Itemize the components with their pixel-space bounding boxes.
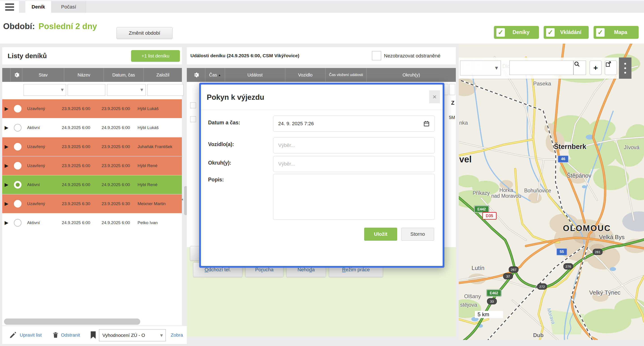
trash-icon[interactable]: [52, 331, 59, 339]
expand-row-icon[interactable]: [2, 125, 11, 131]
bookmark-icon[interactable]: [90, 331, 96, 339]
toggle-diaries[interactable]: Deníky: [494, 26, 539, 39]
map-label-town: Štěpánov: [567, 172, 591, 179]
map-label-town: Bohuňovice: [524, 188, 551, 194]
row-status: Aktivní: [22, 182, 56, 187]
toggle-label: Deníky: [505, 29, 539, 35]
map-label-city: Šternberk: [554, 143, 586, 151]
column-header-circuits[interactable]: Okruh(y): [367, 68, 456, 82]
row-checkbox-fragment[interactable]: [190, 102, 196, 108]
row-radio[interactable]: [14, 162, 22, 170]
column-header-insert-time[interactable]: Čas vložení události: [326, 68, 367, 82]
map-label-fragment: vel: [459, 154, 472, 165]
diary-list-row-selected[interactable]: Aktivní 24.9.2025 6:00 24.9.2025 6:00 Hý…: [2, 175, 182, 194]
expand-row-icon[interactable]: [2, 201, 11, 207]
map[interactable]: Dlouhá Loučka Paseka Šternberk Jívová Št…: [459, 44, 644, 340]
map-layer-select[interactable]: [460, 61, 501, 75]
column-header-vehicle[interactable]: Vozidlo: [286, 68, 326, 82]
datetime-filter-select[interactable]: [107, 84, 146, 96]
filter-input-fragment[interactable]: [444, 84, 448, 95]
gear-icon[interactable]: [11, 68, 22, 82]
expand-row-icon[interactable]: [2, 106, 11, 112]
show-link[interactable]: Zobra: [171, 332, 183, 338]
collapse-panel-icon[interactable]: ◂: [181, 197, 183, 202]
map-menu-dots-icon[interactable]: [619, 57, 632, 79]
road-shield-46: 46: [558, 156, 568, 163]
status-filter-select[interactable]: [24, 84, 66, 96]
calendar-icon[interactable]: [423, 121, 430, 127]
column-header-event[interactable]: Událost: [225, 68, 286, 82]
diary-list-row[interactable]: Uzavřený 23.9.2025 6:00 23.9.2025 6:00 J…: [2, 137, 182, 156]
column-header-name[interactable]: Název: [64, 68, 104, 82]
row-radio[interactable]: [14, 200, 22, 207]
toggle-inserting[interactable]: Vkládání: [544, 26, 589, 39]
column-header-time[interactable]: Čas: [206, 68, 225, 82]
tab-weather[interactable]: Počasí: [51, 1, 86, 13]
row-radio[interactable]: [14, 105, 22, 113]
circuit-input[interactable]: Výběr...: [273, 156, 435, 172]
hamburger-menu-icon[interactable]: [0, 1, 19, 13]
datetime-value: 24. 9. 2025 7:26: [278, 121, 423, 127]
expand-row-icon[interactable]: [2, 220, 11, 226]
row-created-by: Hýbl René: [136, 182, 158, 187]
vehicle-input[interactable]: Výběr...: [273, 137, 435, 154]
diary-list-row[interactable]: Uzavřený 23.9.2025 6:30 23.9.2025 6:30 M…: [2, 194, 182, 213]
tab-diary[interactable]: Deník: [25, 1, 51, 13]
name-filter-input[interactable]: [68, 84, 105, 96]
bookmark-select-value: Vyhodnocení ZÚ - O: [102, 333, 145, 338]
cancel-button[interactable]: Storno: [401, 228, 434, 241]
row-radio[interactable]: [14, 219, 22, 227]
column-header-datetime[interactable]: Datum, čas: [104, 68, 144, 82]
close-icon[interactable]: ×: [429, 90, 440, 103]
road-shield-55: 55: [556, 248, 567, 255]
map-label-town: Velká Bys: [599, 234, 624, 241]
exit-marker-272: 272: [537, 283, 547, 290]
column-header-status[interactable]: Stav: [22, 68, 64, 82]
open-external-icon[interactable]: [605, 61, 617, 75]
search-icon[interactable]: [574, 61, 586, 75]
road-shield-e462: E462: [486, 290, 501, 297]
hide-removed-checkbox[interactable]: [372, 51, 381, 60]
diary-list-row[interactable]: Aktivní 24.9.2025 6:00 24.9.2025 6:00 Hý…: [2, 118, 182, 137]
expand-row-icon[interactable]: [2, 163, 11, 169]
row-checkbox-fragment[interactable]: [190, 116, 196, 122]
diary-list-row[interactable]: Uzavřený 23.9.2025 6:00 23.9.2025 6:00 H…: [2, 99, 182, 118]
road-shield-d35: D35: [482, 212, 496, 220]
gear-icon[interactable]: [187, 68, 206, 82]
save-button[interactable]: Uložit: [364, 228, 397, 241]
filter-input-fragment[interactable]: [449, 84, 455, 95]
diary-list-row[interactable]: Uzavřený 23.9.2025 6:00 23.9.2025 6:00 H…: [2, 156, 182, 175]
description-textarea[interactable]: [273, 174, 435, 220]
row-radio[interactable]: [14, 124, 22, 132]
description-label: Popis:: [208, 177, 224, 183]
row-radio[interactable]: [14, 143, 22, 151]
datetime-input[interactable]: 24. 9. 2025 7:26: [273, 116, 435, 132]
change-period-button[interactable]: Změnit období: [116, 27, 172, 39]
circuit-label: Okruh(y):: [208, 160, 232, 166]
dialog-body: Pokyn k výjezdu × Datum a čas: 24. 9. 20…: [201, 85, 442, 266]
diary-lists-header: Listy deníků +1 list deníku: [2, 47, 182, 64]
delete-link[interactable]: Odstranit: [61, 332, 80, 338]
row-status: Uzavřený: [22, 163, 56, 168]
toggle-map[interactable]: Mapa: [594, 26, 638, 39]
diary-list-row[interactable]: Aktivní 24.9.2025 6:00 24.9.2025 6:00 Pe…: [2, 213, 182, 232]
column-header-created-by[interactable]: Založil: [144, 68, 182, 82]
row-datetime: 24.9.2025 6:00: [96, 125, 136, 130]
expand-row-icon[interactable]: [2, 182, 11, 188]
row-status: Aktivní: [22, 220, 56, 225]
row-datetime: 23.9.2025 6:30: [96, 201, 136, 206]
bookmark-select[interactable]: Vyhodnocení ZÚ - O: [99, 329, 166, 341]
created-by-filter-input[interactable]: [147, 84, 184, 96]
expand-row-icon[interactable]: [2, 144, 11, 150]
pencil-icon[interactable]: [9, 332, 16, 339]
map-search-input[interactable]: [510, 61, 574, 75]
row-radio-selected[interactable]: [14, 181, 22, 188]
diary-lists-footer: Upravit list Odstranit Vyhodnocení ZÚ - …: [2, 326, 187, 344]
checkbox-checked-icon: [546, 28, 554, 37]
row-name: 23.9.2025 6:30: [56, 201, 96, 206]
add-diary-list-button[interactable]: +1 list deníku: [131, 50, 180, 62]
row-status: Aktivní: [22, 125, 56, 130]
map-add-button[interactable]: +: [590, 61, 602, 75]
horizontal-scrollbar[interactable]: [4, 319, 140, 325]
edit-list-link[interactable]: Upravit list: [20, 332, 42, 338]
